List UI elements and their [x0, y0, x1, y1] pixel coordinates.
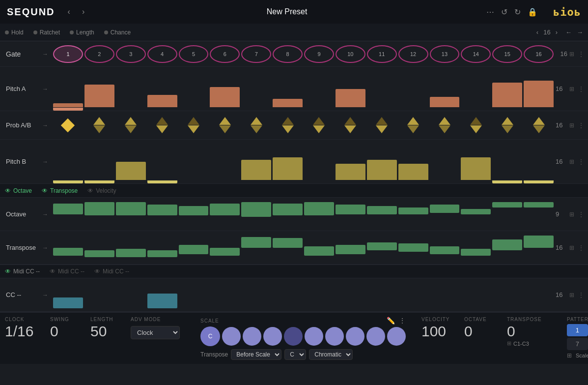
- gate-cell-3[interactable]: 3: [116, 45, 146, 63]
- octave-more-icon[interactable]: ⋮: [578, 211, 584, 218]
- octave-bar-7[interactable]: [241, 201, 271, 228]
- octave-bar-15[interactable]: [492, 201, 522, 228]
- octave-bar-11[interactable]: [367, 201, 397, 228]
- prob-cell-9[interactable]: [305, 117, 334, 133]
- prob-cell-15[interactable]: [493, 117, 522, 133]
- pitch-b-bar-10[interactable]: [336, 143, 365, 183]
- prob-cell-6[interactable]: [210, 117, 240, 133]
- prob-cell-14[interactable]: [461, 117, 491, 133]
- pitch-b-bar-4[interactable]: [147, 143, 177, 183]
- gate-cell-7[interactable]: 7: [241, 45, 271, 63]
- transpose-bar-12[interactable]: [398, 234, 428, 261]
- gate-cell-6[interactable]: 6: [210, 45, 240, 63]
- arrow-right-icon[interactable]: →: [577, 29, 583, 36]
- scale-key-6[interactable]: [325, 327, 344, 346]
- pattern-btn-1[interactable]: 1: [567, 324, 588, 336]
- pitch-b-bar-3[interactable]: [116, 143, 146, 183]
- cc-bar-14[interactable]: [461, 281, 491, 308]
- scale-key-5[interactable]: [305, 327, 323, 346]
- pitch-b-bar-11[interactable]: [367, 143, 397, 183]
- prob-cell-8[interactable]: [273, 117, 303, 133]
- prob-cell-5[interactable]: [179, 117, 208, 133]
- gate-cell-11[interactable]: 11: [367, 45, 397, 63]
- octave-bar-14[interactable]: [461, 201, 491, 228]
- pitch-a-bar-8[interactable]: [273, 70, 303, 111]
- chromatic-select[interactable]: Chromatic Major Minor: [309, 349, 353, 360]
- prob-cell-7[interactable]: [242, 117, 271, 133]
- scale-key-7[interactable]: [346, 327, 364, 346]
- pitch-b-bar-5[interactable]: [179, 143, 209, 183]
- octave-bar-1[interactable]: [53, 201, 83, 228]
- octave-bar-6[interactable]: [210, 201, 240, 228]
- prob-cell-4[interactable]: [147, 117, 177, 133]
- cc-bar-1[interactable]: [53, 281, 83, 308]
- octave-bar-13[interactable]: [430, 201, 460, 228]
- cc-bar-12[interactable]: [398, 281, 428, 308]
- prob-grid-icon[interactable]: ⊞: [569, 122, 574, 129]
- pitch-b-bar-9[interactable]: [304, 143, 334, 183]
- scale-more-icon[interactable]: ⋮: [399, 317, 406, 325]
- prob-more-icon[interactable]: ⋮: [578, 122, 584, 129]
- gate-cell-10[interactable]: 10: [336, 45, 365, 63]
- octave-bar-4[interactable]: [147, 201, 177, 228]
- prob-cell-10[interactable]: [336, 117, 365, 133]
- scale-key-2[interactable]: [243, 327, 261, 346]
- octave-bar-12[interactable]: [398, 201, 428, 228]
- cc-bar-3[interactable]: [116, 281, 146, 308]
- transpose-bar-10[interactable]: [336, 234, 365, 261]
- pitch-a-grid-icon[interactable]: ⊞: [569, 86, 574, 92]
- octave-bar-10[interactable]: [336, 201, 365, 228]
- octave-bar-2[interactable]: [84, 201, 114, 228]
- cc-bar-10[interactable]: [336, 281, 365, 308]
- pitch-b-bar-12[interactable]: [398, 143, 428, 183]
- transpose-bar-2[interactable]: [84, 234, 114, 261]
- pattern-btn-7[interactable]: 7: [567, 338, 588, 350]
- prob-cell-16[interactable]: [524, 117, 554, 133]
- midi-cc-1-label[interactable]: 👁 Midi CC --: [5, 268, 40, 275]
- gate-cell-15[interactable]: 15: [492, 45, 522, 63]
- gate-cell-9[interactable]: 9: [304, 45, 334, 63]
- pitch-b-bar-16[interactable]: [524, 143, 554, 183]
- scale-key-3[interactable]: [263, 327, 282, 346]
- cc-bar-7[interactable]: [241, 281, 271, 308]
- undo-icon[interactable]: ↺: [501, 7, 507, 17]
- prev-button[interactable]: ‹: [65, 5, 73, 18]
- pitch-a-bar-15[interactable]: [492, 70, 522, 111]
- pitch-a-bar-7[interactable]: [241, 70, 271, 111]
- transpose-bar-6[interactable]: [210, 234, 240, 261]
- gate-grid-icon[interactable]: ⊞: [569, 51, 574, 58]
- pitch-a-bar-4[interactable]: [147, 70, 177, 111]
- scale-key-c[interactable]: C: [200, 326, 220, 346]
- gate-cell-13[interactable]: 13: [430, 45, 460, 63]
- scale-key-9[interactable]: [387, 327, 406, 346]
- key-select[interactable]: C D E F G A B: [284, 349, 306, 360]
- transpose-bar-8[interactable]: [273, 234, 303, 261]
- pitch-b-bar-6[interactable]: [210, 143, 240, 183]
- cc-bar-11[interactable]: [367, 281, 397, 308]
- toolbar-hold[interactable]: Hold: [5, 29, 24, 36]
- pitch-b-bar-7[interactable]: [241, 143, 271, 183]
- midi-cc-3-label[interactable]: 👁 Midi CC --: [94, 268, 129, 275]
- transpose-bar-15[interactable]: [492, 234, 522, 261]
- cc-bar-9[interactable]: [304, 281, 334, 308]
- adv-mode-select[interactable]: Clock Gate Random: [131, 326, 180, 339]
- pitch-b-bar-14[interactable]: [461, 143, 491, 183]
- transpose-more-icon[interactable]: ⋮: [578, 244, 584, 251]
- pitch-b-bar-8[interactable]: [273, 143, 303, 183]
- pitch-a-more-icon[interactable]: ⋮: [578, 86, 584, 92]
- nav-left-icon[interactable]: ‹: [536, 29, 538, 36]
- pitch-a-bar-2[interactable]: [84, 70, 114, 111]
- lock-icon[interactable]: 🔒: [528, 7, 537, 17]
- pitch-a-bar-16[interactable]: [524, 70, 554, 111]
- pitch-b-bar-2[interactable]: [84, 143, 114, 183]
- prob-cell-12[interactable]: [398, 117, 428, 133]
- prob-cell-1[interactable]: [53, 120, 83, 130]
- cc-grid-icon[interactable]: ⊞: [569, 292, 574, 298]
- clock-value[interactable]: 1/16: [5, 323, 34, 339]
- midi-cc-2-label[interactable]: 👁 Midi CC --: [50, 268, 84, 275]
- prob-cell-2[interactable]: [84, 117, 114, 133]
- transpose-bar-1[interactable]: [53, 234, 83, 261]
- toolbar-ratchet[interactable]: Ratchet: [33, 29, 60, 36]
- before-scale-select[interactable]: Before Scale: [231, 349, 281, 360]
- octave-bar-3[interactable]: [116, 201, 146, 228]
